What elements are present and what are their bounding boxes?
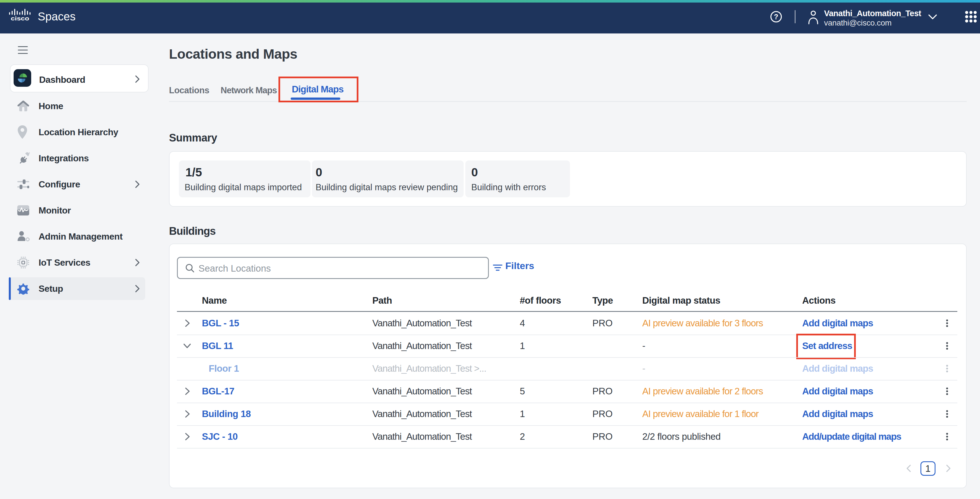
svg-text:cisco: cisco	[11, 15, 29, 21]
svg-text:?: ?	[774, 13, 778, 21]
